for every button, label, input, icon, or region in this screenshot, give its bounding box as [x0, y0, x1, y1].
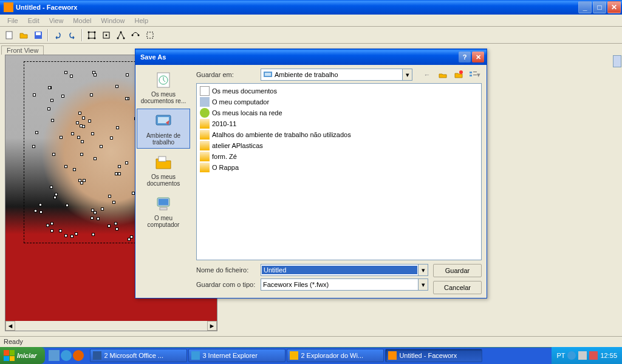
save-button[interactable]	[32, 29, 45, 42]
start-button[interactable]: Iniciar	[0, 347, 45, 364]
task-button[interactable]: 2 Explorador do Wi...	[287, 349, 384, 362]
file-label: Os meus documentos	[212, 87, 277, 95]
right-scrollbar[interactable]	[612, 55, 622, 336]
status-text: Ready	[4, 338, 23, 345]
svg-rect-20	[159, 157, 166, 161]
task-buttons: 2 Microsoft Office ...3 Internet Explore…	[87, 349, 552, 362]
folder-icon	[200, 141, 210, 150]
tool-3[interactable]	[114, 29, 128, 42]
scroll-left[interactable]: ◄	[5, 321, 15, 331]
status-bar: Ready	[0, 336, 622, 347]
views-button[interactable]: ▾	[468, 69, 480, 81]
save-in-combo[interactable]: Ambiente de trabalho ▾	[261, 69, 412, 81]
scroll-thumb[interactable]	[613, 55, 621, 67]
svg-rect-22	[159, 199, 168, 205]
tool-4[interactable]	[129, 29, 142, 42]
folder-icon	[200, 119, 210, 129]
task-button[interactable]: Untitled - Faceworx	[385, 349, 482, 362]
ql-firefox-icon[interactable]	[73, 350, 84, 361]
taskbar: Iniciar 2 Microsoft Office ...3 Internet…	[0, 347, 622, 364]
file-item[interactable]: 2010-11	[199, 118, 479, 129]
svg-point-10	[117, 37, 119, 39]
viewport-scrollbar[interactable]: ◄ ►	[5, 321, 217, 331]
menu-bar: File Edit View Model Window Help	[0, 15, 622, 27]
ql-desktop-icon[interactable]	[49, 350, 60, 361]
dropdown-arrow-icon[interactable]: ▾	[402, 69, 412, 80]
menu-file[interactable]: File	[2, 16, 23, 25]
place-documents[interactable]: Os meus documentos	[137, 150, 190, 190]
tool-2[interactable]	[100, 29, 113, 42]
place-computer[interactable]: O meu computador	[137, 191, 190, 231]
tool-1[interactable]	[85, 29, 98, 42]
file-item[interactable]: Os meus locais na rede	[199, 107, 479, 118]
scroll-right[interactable]: ►	[207, 321, 217, 331]
clock[interactable]: 12:55	[600, 352, 617, 359]
svg-rect-30	[473, 75, 477, 75]
redo-button[interactable]	[66, 29, 79, 42]
file-list[interactable]: Os meus documentosO meu computadorOs meu…	[196, 83, 482, 260]
file-item[interactable]: O meu computador	[199, 96, 479, 107]
folder-icon	[200, 163, 210, 172]
file-item[interactable]: Os meus documentos	[199, 86, 479, 96]
dropdown-arrow-icon[interactable]: ▾	[418, 265, 428, 275]
filetype-label: Guardar com o tipo:	[196, 281, 257, 288]
filetype-combo[interactable]: Faceworx Files (*.fwx) ▾	[261, 278, 428, 291]
svg-point-7	[94, 37, 96, 39]
tray-shield-icon[interactable]	[589, 351, 598, 360]
tool-5[interactable]	[143, 29, 157, 42]
dialog-close-button[interactable]: ✕	[472, 52, 484, 62]
new-button[interactable]	[2, 29, 16, 42]
close-button[interactable]: ✕	[607, 1, 621, 13]
up-button[interactable]	[437, 69, 449, 81]
filename-label: Nome do ficheiro:	[196, 266, 257, 274]
save-in-label: Guardar em:	[196, 71, 257, 78]
app-titlebar: Untitled - Faceworx _ □ ✕	[0, 0, 622, 15]
minimize-button[interactable]: _	[578, 1, 592, 13]
file-label: form. Zé	[212, 153, 237, 160]
net-icon	[200, 108, 210, 118]
language-indicator[interactable]: PT	[556, 352, 565, 359]
task-button[interactable]: 2 Microsoft Office ...	[90, 349, 187, 362]
svg-rect-23	[160, 207, 167, 210]
open-button[interactable]	[17, 29, 30, 42]
menu-model[interactable]: Model	[68, 16, 96, 25]
dialog-titlebar[interactable]: Save As ? ✕	[135, 49, 487, 65]
dialog-help-button[interactable]: ?	[459, 52, 471, 62]
new-folder-button[interactable]	[453, 69, 465, 81]
maximize-button[interactable]: □	[593, 1, 606, 13]
svg-point-13	[132, 34, 134, 36]
save-button[interactable]: Guardar	[433, 264, 482, 277]
task-icon	[191, 351, 200, 360]
back-button[interactable]: ←	[421, 69, 433, 81]
file-item[interactable]: O Rappa	[199, 162, 479, 173]
tray-icon[interactable]	[567, 351, 576, 360]
place-recent[interactable]: Os meus documentos re...	[137, 67, 190, 107]
ql-ie-icon[interactable]	[61, 350, 72, 361]
tab-front-view[interactable]: Front View	[1, 46, 44, 55]
file-item[interactable]: form. Zé	[199, 151, 479, 162]
menu-help[interactable]: Help	[129, 16, 153, 25]
task-icon	[93, 351, 101, 360]
file-item[interactable]: atelier APlasticas	[199, 140, 479, 151]
task-button[interactable]: 3 Internet Explorer	[188, 349, 285, 362]
undo-button[interactable]	[51, 29, 64, 42]
file-item[interactable]: Atalhos do ambiente de trabalho não util…	[199, 129, 479, 140]
dropdown-arrow-icon[interactable]: ▾	[418, 279, 428, 290]
svg-point-14	[138, 34, 140, 36]
file-label: 2010-11	[212, 120, 236, 127]
toolbar	[0, 27, 622, 44]
svg-point-12	[123, 37, 125, 39]
tray-volume-icon[interactable]	[578, 351, 587, 360]
svg-rect-28	[473, 72, 477, 72]
desktop-icon	[263, 70, 273, 79]
folder-icon	[200, 130, 210, 140]
menu-window[interactable]: Window	[96, 16, 129, 25]
doc-icon	[200, 86, 210, 96]
menu-view[interactable]: View	[44, 16, 69, 25]
place-desktop[interactable]: Ambiente de trabalho	[137, 109, 190, 149]
task-icon	[388, 351, 397, 360]
app-title: Untitled - Faceworx	[16, 4, 577, 11]
cancel-button[interactable]: Cancelar	[433, 281, 482, 294]
filename-input[interactable]: Untitled ▾	[261, 264, 428, 276]
menu-edit[interactable]: Edit	[23, 16, 44, 25]
